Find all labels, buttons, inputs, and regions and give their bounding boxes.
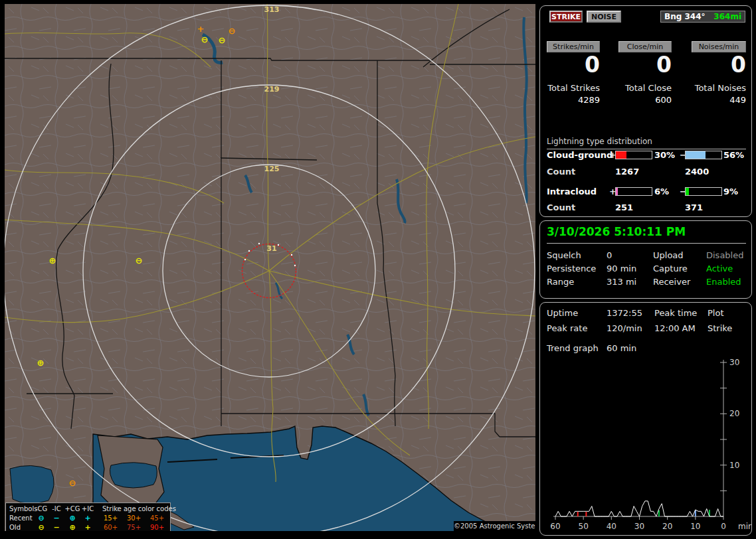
cg-negative-pct: 56% xyxy=(723,150,744,160)
count-label: Count xyxy=(547,167,575,177)
ring-label-31: 31 xyxy=(266,244,276,253)
cloud-ground-row: Cloud-ground + 30% − 56% xyxy=(540,150,751,159)
plot-type-value: Strike xyxy=(708,323,732,333)
delta-lakes xyxy=(10,465,54,503)
bearing-badge: Bng 344° 364mi xyxy=(660,11,745,23)
bearing-range: 364mi xyxy=(713,12,741,21)
ic-positive-pct: 6% xyxy=(654,187,669,196)
peak-time-value: 12:00 AM xyxy=(654,323,696,333)
total-strikes-value: 4289 xyxy=(547,95,600,105)
svg-text:10: 10 xyxy=(729,461,739,470)
neg-cg-recent-icon: ⊖ xyxy=(38,514,44,522)
trend-series-layer: 6050403020100min102030 xyxy=(550,358,751,531)
plot-label: Plot xyxy=(708,308,724,318)
svg-text:20: 20 xyxy=(729,409,739,418)
ring-label-125: 125 xyxy=(264,165,280,173)
total-noises-label: Total Noises xyxy=(692,83,746,93)
cg-positive-count: 1267 xyxy=(615,167,639,177)
trend-panel: Uptime 1372:55 Peak time Plot Peak rate … xyxy=(539,302,752,536)
persistence-value: 90 min xyxy=(607,264,636,273)
age-code-15: 15+ xyxy=(104,514,118,522)
legend-col-neg-cg: -CG xyxy=(35,505,47,513)
app-window: 31321912531 +⊖⊖⊖⊕⊖⊕⊖ Symbols -CG -IC +CG… xyxy=(0,0,756,539)
datetime-display: 3/10/2026 5:10:11 PM xyxy=(547,225,746,244)
legend-row-old-label: Old xyxy=(9,524,21,531)
intracloud-label: Intracloud xyxy=(547,187,597,196)
cloud-ground-count-row: Count 1267 2400 xyxy=(540,167,751,176)
ic-negative-bar xyxy=(685,187,722,196)
map-legend: Symbols -CG -IC +CG +IC Strike age color… xyxy=(5,502,171,531)
trend-graph-label: Trend graph xyxy=(547,343,599,353)
receiver-status: Enabled xyxy=(706,277,741,287)
strike-mode-button[interactable]: STRIKE xyxy=(549,11,583,23)
strikes-per-min-value: 0 xyxy=(547,52,600,78)
copyright-text: ©2005 Astrogenic Systems xyxy=(454,521,535,531)
neg-cg-old-icon: ⊖ xyxy=(38,524,44,531)
ring-label-313: 313 xyxy=(264,5,280,14)
ic-negative-pct: 9% xyxy=(723,187,738,196)
strikes-column: Strikes/min 0 Total Strikes 4289 xyxy=(547,41,600,105)
strike-stats-panel: STRIKE NOISE Bng 344° 364mi Strikes/min … xyxy=(539,5,752,217)
close-per-min-chip: Close/min xyxy=(618,41,672,52)
range-value: 313 mi xyxy=(607,277,636,287)
ic-negative-count: 371 xyxy=(685,202,703,212)
svg-text:30: 30 xyxy=(729,358,739,367)
squelch-value: 0 xyxy=(607,250,612,260)
age-code-30: 30+ xyxy=(127,514,141,522)
legend-row-recent-label: Recent xyxy=(9,514,33,522)
svg-text:50: 50 xyxy=(579,522,589,531)
total-noises-value: 449 xyxy=(692,95,746,105)
cg-negative-count: 2400 xyxy=(685,167,709,177)
noise-mode-button[interactable]: NOISE xyxy=(587,11,621,23)
total-close-label: Total Close xyxy=(618,83,672,93)
range-label: Range xyxy=(547,277,574,287)
svg-text:min: min xyxy=(738,522,751,531)
svg-text:10: 10 xyxy=(690,522,700,531)
peak-rate-value: 120/min xyxy=(607,323,642,333)
noises-column: Noises/min 0 Total Noises 449 xyxy=(692,41,746,105)
pos-ic-old-icon: + xyxy=(84,524,90,531)
squelch-label: Squelch xyxy=(547,250,581,260)
peak-time-label: Peak time xyxy=(654,308,697,318)
close-column: Close/min 0 Total Close 600 xyxy=(618,41,672,105)
receiver-label: Receiver xyxy=(653,277,690,287)
uptime-label: Uptime xyxy=(547,308,578,318)
total-strikes-label: Total Strikes xyxy=(547,83,600,93)
pos-cg-recent-icon: ⊕ xyxy=(69,514,75,522)
ic-positive-count: 251 xyxy=(615,202,633,212)
map-canvas: 31321912531 xyxy=(5,4,535,531)
lake-pontchartrain xyxy=(110,463,157,488)
capture-status: Active xyxy=(706,264,733,273)
trend-graph: 6050403020100min102030 xyxy=(540,356,751,534)
cg-positive-bar xyxy=(615,151,652,159)
strikes-per-min-chip: Strikes/min xyxy=(547,41,600,52)
ic-positive-bar xyxy=(615,187,652,196)
peak-rate-label: Peak rate xyxy=(547,323,587,333)
legend-codes-header: Strike age color codes xyxy=(102,505,176,513)
close-per-min-value: 0 xyxy=(618,52,672,78)
legend-symbols-header: Symbols xyxy=(9,505,37,513)
cg-negative-bar xyxy=(685,151,722,159)
age-code-60: 60+ xyxy=(104,524,118,531)
strike-map[interactable]: 31321912531 +⊖⊖⊖⊕⊖⊕⊖ Symbols -CG -IC +CG… xyxy=(5,4,535,531)
age-code-90: 90+ xyxy=(150,524,164,531)
cg-positive-pct: 30% xyxy=(654,150,675,160)
svg-text:0: 0 xyxy=(721,522,726,531)
pos-ic-recent-icon: + xyxy=(84,514,90,522)
upload-status: Disabled xyxy=(706,250,743,260)
uptime-value: 1372:55 xyxy=(607,308,642,318)
svg-text:60: 60 xyxy=(550,522,560,531)
capture-label: Capture xyxy=(653,264,688,273)
upload-label: Upload xyxy=(653,250,684,260)
intracloud-count-row: Count 251 371 xyxy=(540,202,751,212)
svg-text:30: 30 xyxy=(634,522,644,531)
trend-graph-window: 60 min xyxy=(607,343,636,353)
neg-ic-recent-icon: − xyxy=(53,514,59,522)
noises-per-min-chip: Noises/min xyxy=(692,41,746,52)
ring-label-219: 219 xyxy=(264,85,280,94)
persistence-label: Persistence xyxy=(547,264,596,273)
age-code-45: 45+ xyxy=(150,514,164,522)
pos-cg-old-icon: ⊕ xyxy=(69,524,75,531)
legend-col-pos-cg: +CG xyxy=(64,505,80,513)
legend-col-neg-ic: -IC xyxy=(52,505,61,513)
